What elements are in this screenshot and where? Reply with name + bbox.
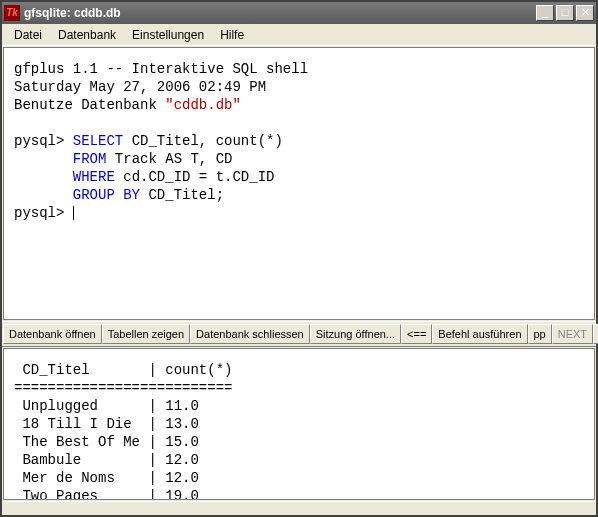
maximize-button[interactable]: □ bbox=[556, 5, 574, 21]
main-window: Tk gfsqlite: cddb.db _ □ ✕ Datei Datenba… bbox=[0, 0, 598, 517]
result-header: CD_Titel | count(*) bbox=[14, 362, 241, 378]
result-row: Bambule | 12.0 bbox=[14, 452, 207, 468]
prev-button[interactable]: <== bbox=[401, 324, 432, 344]
minimize-button[interactable]: _ bbox=[536, 5, 554, 21]
prompt: pysql> bbox=[14, 205, 64, 221]
sql-keyword: GROUP BY bbox=[73, 187, 140, 203]
results-pane[interactable]: CD_Titel | count(*) ====================… bbox=[3, 348, 595, 500]
execute-button[interactable]: Befehl ausführen bbox=[432, 324, 527, 344]
menubar: Datei Datenbank Einstellungen Hilfe bbox=[2, 24, 596, 46]
console-line: Saturday May 27, 2006 02:49 PM bbox=[14, 79, 266, 95]
close-button[interactable]: ✕ bbox=[576, 5, 594, 21]
text-cursor bbox=[73, 206, 74, 220]
window-controls: _ □ ✕ bbox=[536, 5, 594, 21]
window-title: gfsqlite: cddb.db bbox=[24, 6, 536, 20]
sql-keyword: FROM bbox=[73, 151, 107, 167]
sql-keyword: WHERE bbox=[73, 169, 115, 185]
result-row: The Best Of Me | 15.0 bbox=[14, 434, 207, 450]
app-icon: Tk bbox=[4, 5, 20, 21]
menu-datenbank[interactable]: Datenbank bbox=[50, 25, 124, 44]
sql-keyword: SELECT bbox=[73, 133, 123, 149]
sql-text: Track AS T, CD bbox=[106, 151, 232, 167]
result-row: Unplugged | 11.0 bbox=[14, 398, 207, 414]
pp-button[interactable]: pp bbox=[528, 324, 552, 344]
db-name: "cddb.db" bbox=[165, 97, 241, 113]
sql-console[interactable]: gfplus 1.1 -- Interaktive SQL shell Satu… bbox=[3, 47, 595, 320]
toolbar: Datenbank öffnen Tabellen zeigen Datenba… bbox=[2, 321, 596, 347]
menu-einstellungen[interactable]: Einstellungen bbox=[124, 25, 212, 44]
sql-text: cd.CD_ID = t.CD_ID bbox=[115, 169, 275, 185]
console-line: gfplus 1.1 -- Interaktive SQL shell bbox=[14, 61, 308, 77]
menu-hilfe[interactable]: Hilfe bbox=[212, 25, 252, 44]
result-separator: ========================== bbox=[14, 380, 232, 396]
prompt: pysql> bbox=[14, 133, 64, 149]
forward-button[interactable]: ==> bbox=[593, 324, 598, 344]
result-row: 18 Till I Die | 13.0 bbox=[14, 416, 207, 432]
result-row: Two Pages | 19.0 bbox=[14, 488, 207, 500]
close-db-button[interactable]: Datenbank schliessen bbox=[190, 324, 310, 344]
menu-datei[interactable]: Datei bbox=[6, 25, 50, 44]
show-tables-button[interactable]: Tabellen zeigen bbox=[102, 324, 190, 344]
open-session-button[interactable]: Sitzung öffnen... bbox=[310, 324, 401, 344]
status-bar bbox=[2, 501, 596, 515]
sql-text: CD_Titel; bbox=[140, 187, 224, 203]
next-button[interactable]: NEXT bbox=[552, 324, 593, 344]
titlebar[interactable]: Tk gfsqlite: cddb.db _ □ ✕ bbox=[2, 2, 596, 24]
open-db-button[interactable]: Datenbank öffnen bbox=[3, 324, 102, 344]
result-row: Mer de Noms | 12.0 bbox=[14, 470, 207, 486]
sql-text: CD_Titel, count(*) bbox=[123, 133, 283, 149]
console-line: Benutze Datenbank bbox=[14, 97, 165, 113]
